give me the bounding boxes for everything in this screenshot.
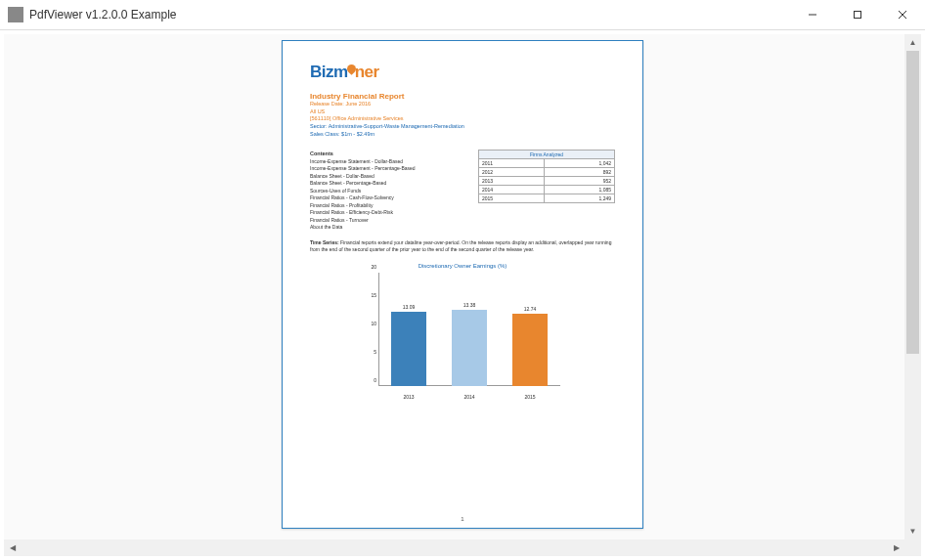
report-line1: All US xyxy=(310,108,615,116)
x-labels: 201320142015 xyxy=(378,394,560,400)
bar-wrap: 13.38 xyxy=(450,302,489,386)
page-number: 1 xyxy=(283,516,642,522)
note-text: Financial reports extend your dataline y… xyxy=(310,239,611,252)
window-title: PdfViewer v1.2.0.0 Example xyxy=(29,8,177,22)
logo-part1: Bizm xyxy=(310,63,348,81)
horizontal-scrollbar[interactable]: ◀ ▶ xyxy=(4,539,904,556)
contents-item: Income-Expense Statement - Percentage-Ba… xyxy=(310,165,461,173)
window-titlebar: PdfViewer v1.2.0.0 Example xyxy=(0,0,925,30)
table-row: 20151,249 xyxy=(479,194,615,203)
scroll-down-arrow-icon[interactable]: ▼ xyxy=(904,523,921,539)
table-row: 2012892 xyxy=(479,168,615,177)
contents-item: Financial Ratios - Efficiency-Debt-Risk xyxy=(310,209,461,217)
pdf-viewport[interactable]: Bizmner Industry Financial Report Releas… xyxy=(4,34,921,556)
report-line3: Sector: Administrative-Support-Waste Man… xyxy=(310,123,615,131)
contents-item: Balance Sheet - Percentage-Based xyxy=(310,180,461,188)
y-tick-label: 10 xyxy=(365,321,376,326)
bars-group: 13.0913.3812.74 xyxy=(378,273,560,386)
svg-rect-1 xyxy=(855,12,861,19)
contents-item: Sources-Uses of Funds xyxy=(310,188,461,195)
vertical-scrollbar[interactable]: ▲ ▼ xyxy=(904,34,921,539)
contents-header: Contents xyxy=(310,150,461,157)
contents-item: About the Data xyxy=(310,224,461,232)
bar-wrap: 12.74 xyxy=(510,306,550,386)
bar-wrap: 13.09 xyxy=(389,304,428,386)
table-row: 20141,085 xyxy=(479,186,615,194)
x-tick-label: 2015 xyxy=(510,394,550,400)
y-tick-label: 15 xyxy=(365,292,376,298)
time-series-note: Time Series: Financial reports extend yo… xyxy=(310,239,615,253)
report-title: Industry Financial Report xyxy=(310,92,615,101)
table-row: 20111,042 xyxy=(479,159,615,168)
firms-table: Firms Analyzed 20111,042 2012892 2013952… xyxy=(478,150,615,231)
pdf-page: Bizmner Industry Financial Report Releas… xyxy=(282,40,643,529)
scroll-left-arrow-icon[interactable]: ◀ xyxy=(4,539,21,556)
window-controls xyxy=(790,0,925,29)
contents-item: Income-Expense Statement - Dollar-Based xyxy=(310,158,461,166)
note-label: Time Series: xyxy=(310,239,339,245)
contents-item: Balance Sheet - Dollar-Based xyxy=(310,173,461,181)
chart-title: Discretionary Owner Earnings (%) xyxy=(310,263,615,269)
scroll-up-arrow-icon[interactable]: ▲ xyxy=(904,34,921,51)
scroll-right-arrow-icon[interactable]: ▶ xyxy=(888,539,904,556)
maximize-button[interactable] xyxy=(835,0,880,29)
bar xyxy=(452,310,487,386)
contents-item: Financial Ratios - Profitability xyxy=(310,202,461,210)
bar-chart: 0510152013.0913.3812.74201320142015 xyxy=(365,273,560,400)
table-row: 2013952 xyxy=(479,177,615,186)
y-tick-label: 0 xyxy=(365,377,376,383)
bar-value-label: 13.38 xyxy=(463,302,476,308)
y-tick-label: 20 xyxy=(365,264,376,270)
logo-part2: ner xyxy=(355,63,379,81)
x-tick-label: 2014 xyxy=(450,394,489,400)
y-tick-label: 5 xyxy=(365,349,376,355)
minimize-button[interactable] xyxy=(790,0,835,29)
contents-item: Financial Ratios - Turnover xyxy=(310,217,461,225)
app-icon xyxy=(8,7,23,22)
report-release: Release Date: June 2016 xyxy=(310,101,615,108)
content-area: Bizmner Industry Financial Report Releas… xyxy=(0,30,925,560)
firms-header: Firms Analyzed xyxy=(479,151,615,159)
contents-item: Financial Ratios - Cash-Flow-Solvency xyxy=(310,194,461,202)
report-line2: [561110] Office Administrative Services xyxy=(310,115,615,123)
scrollbar-corner xyxy=(904,539,921,556)
bar xyxy=(512,314,548,386)
contents-list: Contents Income-Expense Statement - Doll… xyxy=(310,150,461,231)
bar xyxy=(391,312,426,386)
bar-value-label: 13.09 xyxy=(403,304,416,310)
chart-block: Discretionary Owner Earnings (%) 0510152… xyxy=(310,263,615,401)
report-line4: Sales Class: $1m - $2.49m xyxy=(310,131,615,139)
bizminer-logo: Bizmner xyxy=(310,63,615,82)
x-tick-label: 2013 xyxy=(389,394,428,400)
scroll-thumb[interactable] xyxy=(906,51,919,354)
close-button[interactable] xyxy=(880,0,925,29)
bar-value-label: 12.74 xyxy=(524,306,537,312)
